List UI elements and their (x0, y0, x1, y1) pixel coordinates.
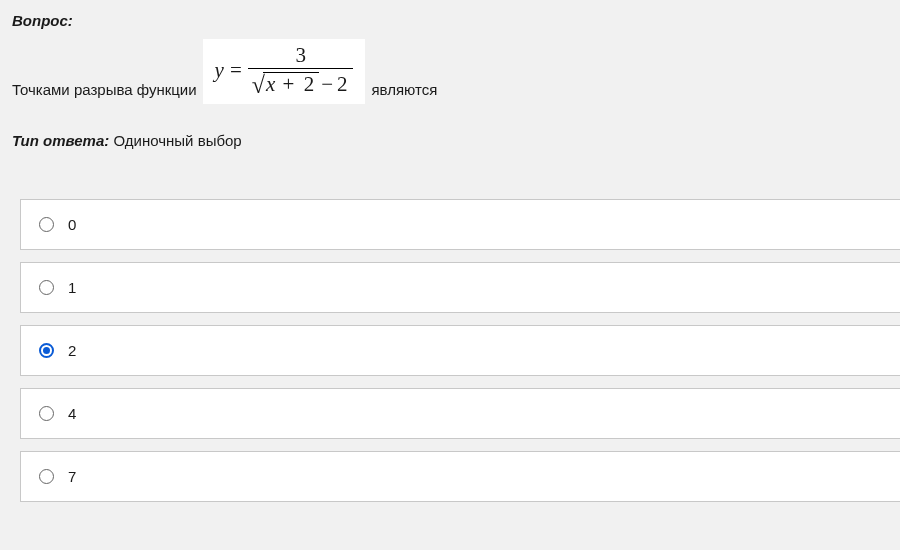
option-label: 4 (68, 405, 76, 422)
option-label: 2 (68, 342, 76, 359)
radio-icon (39, 343, 54, 358)
answer-type-value: Одиночный выбор (113, 132, 241, 149)
radio-icon (39, 280, 54, 295)
formula-numerator: 3 (291, 45, 310, 68)
formula: y = 3 √ x + 2 − 2 (203, 39, 366, 104)
question-text-after: являются (371, 81, 437, 104)
radio-icon (39, 469, 54, 484)
question-body: Точками разрыва функции y = 3 √ x + 2 − (12, 39, 900, 104)
answer-type: Тип ответа: Одиночный выбор (12, 132, 900, 149)
sqrt-sign-icon: √ (252, 73, 265, 97)
option-1[interactable]: 1 (20, 262, 900, 313)
radio-icon (39, 217, 54, 232)
formula-fraction: 3 √ x + 2 − 2 (248, 45, 354, 96)
radio-icon (39, 406, 54, 421)
option-4[interactable]: 7 (20, 451, 900, 502)
formula-denominator: √ x + 2 − 2 (248, 68, 354, 96)
radicand-const: 2 (302, 72, 317, 96)
option-label: 0 (68, 216, 76, 233)
outer-const: 2 (335, 74, 350, 95)
options-list: 0 1 2 4 7 (12, 199, 900, 502)
question-label: Вопрос: (12, 12, 900, 29)
option-2[interactable]: 2 (20, 325, 900, 376)
outer-minus: − (319, 74, 335, 95)
radicand-plus: + (281, 72, 297, 96)
question-text-before: Точками разрыва функции (12, 81, 197, 104)
radicand-var: x (266, 72, 275, 96)
option-0[interactable]: 0 (20, 199, 900, 250)
sqrt: √ x + 2 (252, 72, 319, 96)
option-3[interactable]: 4 (20, 388, 900, 439)
sqrt-body: x + 2 (263, 72, 319, 96)
answer-type-label: Тип ответа: (12, 132, 109, 149)
formula-lhs: y (215, 60, 224, 81)
option-label: 1 (68, 279, 76, 296)
formula-eq: = (230, 60, 242, 81)
option-label: 7 (68, 468, 76, 485)
